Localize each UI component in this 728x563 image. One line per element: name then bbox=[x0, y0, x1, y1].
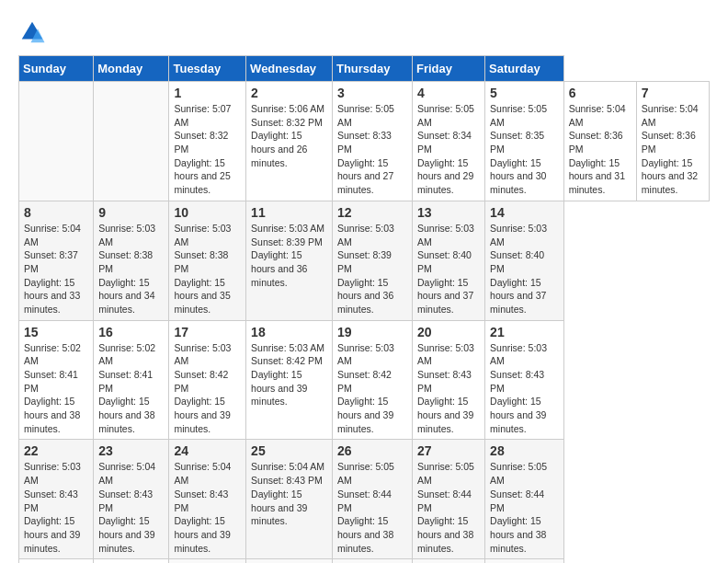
calendar-cell: 28Sunrise: 5:05 AMSunset: 8:44 PMDayligh… bbox=[485, 440, 564, 559]
day-info: Sunrise: 5:04 AMSunset: 8:36 PMDaylight:… bbox=[569, 102, 631, 197]
day-info: Sunrise: 5:04 AMSunset: 8:43 PMDaylight:… bbox=[98, 460, 164, 555]
calendar-cell bbox=[19, 82, 94, 201]
calendar-cell: 10Sunrise: 5:03 AMSunset: 8:38 PMDayligh… bbox=[169, 201, 246, 320]
calendar-cell: 2Sunrise: 5:06 AMSunset: 8:32 PMDaylight… bbox=[246, 82, 333, 201]
day-number: 1 bbox=[174, 86, 241, 100]
day-number: 11 bbox=[251, 205, 327, 220]
calendar-cell: 27Sunrise: 5:05 AMSunset: 8:44 PMDayligh… bbox=[412, 440, 484, 559]
calendar-cell: 17Sunrise: 5:03 AMSunset: 8:42 PMDayligh… bbox=[169, 320, 246, 440]
day-number: 28 bbox=[490, 443, 559, 458]
day-info: Sunrise: 5:04 AMSunset: 8:43 PMDaylight:… bbox=[174, 460, 241, 555]
calendar-cell: 8Sunrise: 5:04 AMSunset: 8:37 PMDaylight… bbox=[19, 201, 94, 320]
day-number: 5 bbox=[490, 86, 559, 100]
day-info: Sunrise: 5:03 AMSunset: 8:39 PMDaylight:… bbox=[251, 222, 327, 289]
day-info: Sunrise: 5:04 AMSunset: 8:36 PMDaylight:… bbox=[642, 102, 704, 197]
calendar-table: SundayMondayTuesdayWednesdayThursdayFrid… bbox=[18, 55, 710, 563]
calendar-week-row: 1Sunrise: 5:07 AMSunset: 8:32 PMDaylight… bbox=[19, 82, 710, 201]
day-info: Sunrise: 5:06 AMSunset: 8:32 PMDaylight:… bbox=[251, 102, 327, 169]
day-number: 9 bbox=[98, 205, 164, 220]
day-info: Sunrise: 5:05 AMSunset: 8:34 PMDaylight:… bbox=[417, 102, 480, 197]
calendar-cell: 1Sunrise: 5:07 AMSunset: 8:32 PMDaylight… bbox=[169, 82, 246, 201]
day-info: Sunrise: 5:05 AMSunset: 8:44 PMDaylight:… bbox=[337, 460, 407, 555]
day-number: 16 bbox=[98, 325, 164, 339]
day-number: 20 bbox=[417, 325, 480, 339]
weekday-header-friday: Friday bbox=[412, 56, 484, 82]
weekday-header-thursday: Thursday bbox=[332, 56, 412, 82]
day-number: 17 bbox=[174, 325, 241, 339]
calendar-cell: 16Sunrise: 5:02 AMSunset: 8:41 PMDayligh… bbox=[94, 320, 169, 440]
calendar-cell: 30Sunrise: 5:06 AMSunset: 8:43 PMDayligh… bbox=[94, 559, 169, 563]
day-number: 27 bbox=[417, 443, 480, 458]
day-info: Sunrise: 5:05 AMSunset: 8:44 PMDaylight:… bbox=[490, 460, 559, 555]
calendar-cell: 29Sunrise: 5:06 AMSunset: 8:43 PMDayligh… bbox=[19, 559, 94, 563]
day-number: 8 bbox=[24, 205, 88, 220]
day-info: Sunrise: 5:03 AMSunset: 8:38 PMDaylight:… bbox=[98, 222, 164, 316]
calendar-cell bbox=[169, 559, 246, 563]
day-info: Sunrise: 5:03 AMSunset: 8:40 PMDaylight:… bbox=[417, 222, 480, 316]
calendar-cell: 12Sunrise: 5:03 AMSunset: 8:39 PMDayligh… bbox=[332, 201, 412, 320]
day-number: 15 bbox=[24, 325, 88, 339]
day-number: 6 bbox=[569, 86, 631, 100]
day-info: Sunrise: 5:03 AMSunset: 8:38 PMDaylight:… bbox=[174, 222, 241, 316]
calendar-cell bbox=[94, 82, 169, 201]
weekday-header-monday: Monday bbox=[94, 56, 169, 82]
calendar-cell: 26Sunrise: 5:05 AMSunset: 8:44 PMDayligh… bbox=[332, 440, 412, 559]
day-info: Sunrise: 5:03 AMSunset: 8:43 PMDaylight:… bbox=[24, 460, 88, 555]
day-number: 19 bbox=[337, 325, 407, 339]
day-info: Sunrise: 5:05 AMSunset: 8:35 PMDaylight:… bbox=[490, 102, 559, 197]
calendar-cell: 22Sunrise: 5:03 AMSunset: 8:43 PMDayligh… bbox=[19, 440, 94, 559]
day-info: Sunrise: 5:07 AMSunset: 8:32 PMDaylight:… bbox=[174, 102, 241, 197]
day-info: Sunrise: 5:03 AMSunset: 8:40 PMDaylight:… bbox=[490, 222, 559, 316]
weekday-header-sunday: Sunday bbox=[19, 56, 94, 82]
calendar-cell: 18Sunrise: 5:03 AMSunset: 8:42 PMDayligh… bbox=[246, 320, 333, 440]
day-number: 3 bbox=[337, 86, 407, 100]
day-number: 4 bbox=[417, 86, 480, 100]
day-number: 13 bbox=[417, 205, 480, 220]
day-number: 26 bbox=[337, 443, 407, 458]
calendar-cell: 11Sunrise: 5:03 AMSunset: 8:39 PMDayligh… bbox=[246, 201, 333, 320]
header bbox=[18, 18, 710, 46]
weekday-header-saturday: Saturday bbox=[485, 56, 564, 82]
weekday-header-wednesday: Wednesday bbox=[246, 56, 333, 82]
day-info: Sunrise: 5:03 AMSunset: 8:42 PMDaylight:… bbox=[251, 341, 327, 408]
calendar-cell: 9Sunrise: 5:03 AMSunset: 8:38 PMDaylight… bbox=[94, 201, 169, 320]
day-info: Sunrise: 5:03 AMSunset: 8:42 PMDaylight:… bbox=[337, 341, 407, 436]
calendar-cell: 6Sunrise: 5:04 AMSunset: 8:36 PMDaylight… bbox=[563, 82, 636, 201]
calendar-cell bbox=[246, 559, 333, 563]
calendar-cell: 23Sunrise: 5:04 AMSunset: 8:43 PMDayligh… bbox=[94, 440, 169, 559]
logo-icon bbox=[18, 18, 46, 46]
day-number: 21 bbox=[490, 325, 559, 339]
calendar-cell bbox=[412, 559, 484, 563]
day-number: 18 bbox=[251, 325, 327, 339]
calendar-week-row: 15Sunrise: 5:02 AMSunset: 8:41 PMDayligh… bbox=[19, 320, 710, 440]
calendar-cell: 24Sunrise: 5:04 AMSunset: 8:43 PMDayligh… bbox=[169, 440, 246, 559]
calendar-cell: 15Sunrise: 5:02 AMSunset: 8:41 PMDayligh… bbox=[19, 320, 94, 440]
calendar-cell bbox=[485, 559, 564, 563]
day-number: 22 bbox=[24, 443, 88, 458]
calendar-cell: 19Sunrise: 5:03 AMSunset: 8:42 PMDayligh… bbox=[332, 320, 412, 440]
day-info: Sunrise: 5:03 AMSunset: 8:43 PMDaylight:… bbox=[417, 341, 480, 436]
calendar-cell: 4Sunrise: 5:05 AMSunset: 8:34 PMDaylight… bbox=[412, 82, 484, 201]
calendar-cell: 5Sunrise: 5:05 AMSunset: 8:35 PMDaylight… bbox=[485, 82, 564, 201]
weekday-header-tuesday: Tuesday bbox=[169, 56, 246, 82]
calendar-cell: 7Sunrise: 5:04 AMSunset: 8:36 PMDaylight… bbox=[636, 82, 709, 201]
calendar-cell: 20Sunrise: 5:03 AMSunset: 8:43 PMDayligh… bbox=[412, 320, 484, 440]
day-number: 7 bbox=[642, 86, 704, 100]
calendar-cell: 14Sunrise: 5:03 AMSunset: 8:40 PMDayligh… bbox=[485, 201, 564, 320]
day-info: Sunrise: 5:02 AMSunset: 8:41 PMDaylight:… bbox=[98, 341, 164, 436]
day-info: Sunrise: 5:04 AMSunset: 8:37 PMDaylight:… bbox=[24, 222, 88, 316]
day-info: Sunrise: 5:05 AMSunset: 8:44 PMDaylight:… bbox=[417, 460, 480, 555]
calendar-week-row: 29Sunrise: 5:06 AMSunset: 8:43 PMDayligh… bbox=[19, 559, 710, 563]
day-info: Sunrise: 5:03 AMSunset: 8:42 PMDaylight:… bbox=[174, 341, 241, 436]
logo bbox=[18, 18, 51, 46]
day-number: 12 bbox=[337, 205, 407, 220]
calendar-cell: 25Sunrise: 5:04 AMSunset: 8:43 PMDayligh… bbox=[246, 440, 333, 559]
day-info: Sunrise: 5:03 AMSunset: 8:39 PMDaylight:… bbox=[337, 222, 407, 316]
day-info: Sunrise: 5:03 AMSunset: 8:43 PMDaylight:… bbox=[490, 341, 559, 436]
day-number: 25 bbox=[251, 443, 327, 458]
day-info: Sunrise: 5:04 AMSunset: 8:43 PMDaylight:… bbox=[251, 460, 327, 527]
calendar-cell: 13Sunrise: 5:03 AMSunset: 8:40 PMDayligh… bbox=[412, 201, 484, 320]
day-info: Sunrise: 5:05 AMSunset: 8:33 PMDaylight:… bbox=[337, 102, 407, 197]
weekday-header-row: SundayMondayTuesdayWednesdayThursdayFrid… bbox=[19, 56, 710, 82]
calendar-cell: 3Sunrise: 5:05 AMSunset: 8:33 PMDaylight… bbox=[332, 82, 412, 201]
